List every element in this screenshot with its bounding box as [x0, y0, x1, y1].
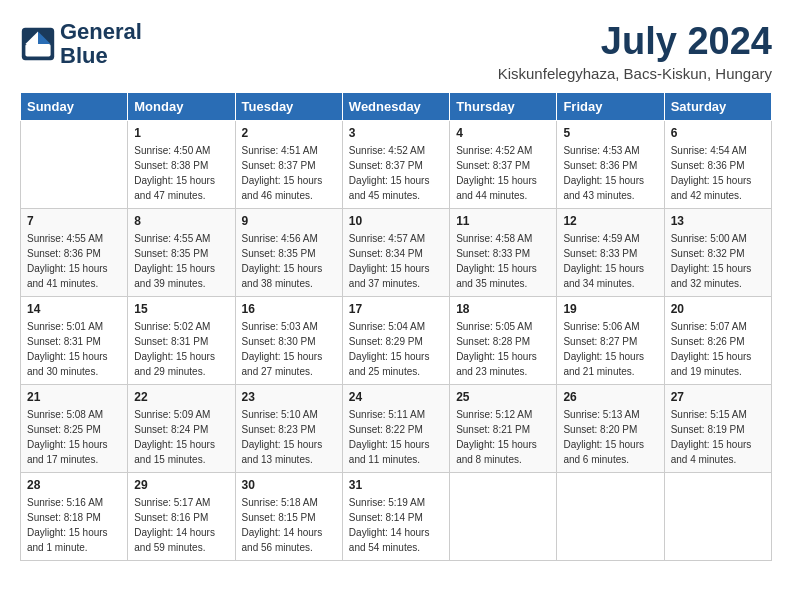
title-block: July 2024 Kiskunfelegyhaza, Bacs-Kiskun,… — [498, 20, 772, 82]
day-number: 7 — [27, 214, 121, 228]
day-number: 5 — [563, 126, 657, 140]
calendar-cell: 11Sunrise: 4:58 AMSunset: 8:33 PMDayligh… — [450, 209, 557, 297]
logo: General Blue — [20, 20, 142, 68]
calendar-cell: 13Sunrise: 5:00 AMSunset: 8:32 PMDayligh… — [664, 209, 771, 297]
day-number: 9 — [242, 214, 336, 228]
day-info: Sunrise: 5:00 AMSunset: 8:32 PMDaylight:… — [671, 231, 765, 291]
calendar-cell: 27Sunrise: 5:15 AMSunset: 8:19 PMDayligh… — [664, 385, 771, 473]
day-number: 20 — [671, 302, 765, 316]
day-number: 10 — [349, 214, 443, 228]
calendar-cell: 23Sunrise: 5:10 AMSunset: 8:23 PMDayligh… — [235, 385, 342, 473]
day-info: Sunrise: 5:13 AMSunset: 8:20 PMDaylight:… — [563, 407, 657, 467]
day-info: Sunrise: 5:01 AMSunset: 8:31 PMDaylight:… — [27, 319, 121, 379]
day-number: 2 — [242, 126, 336, 140]
location-subtitle: Kiskunfelegyhaza, Bacs-Kiskun, Hungary — [498, 65, 772, 82]
day-info: Sunrise: 5:16 AMSunset: 8:18 PMDaylight:… — [27, 495, 121, 555]
day-number: 26 — [563, 390, 657, 404]
day-info: Sunrise: 5:02 AMSunset: 8:31 PMDaylight:… — [134, 319, 228, 379]
calendar-cell: 16Sunrise: 5:03 AMSunset: 8:30 PMDayligh… — [235, 297, 342, 385]
day-info: Sunrise: 5:10 AMSunset: 8:23 PMDaylight:… — [242, 407, 336, 467]
day-info: Sunrise: 4:55 AMSunset: 8:36 PMDaylight:… — [27, 231, 121, 291]
day-info: Sunrise: 4:51 AMSunset: 8:37 PMDaylight:… — [242, 143, 336, 203]
day-number: 17 — [349, 302, 443, 316]
day-info: Sunrise: 4:54 AMSunset: 8:36 PMDaylight:… — [671, 143, 765, 203]
day-info: Sunrise: 5:05 AMSunset: 8:28 PMDaylight:… — [456, 319, 550, 379]
calendar-cell: 19Sunrise: 5:06 AMSunset: 8:27 PMDayligh… — [557, 297, 664, 385]
day-number: 30 — [242, 478, 336, 492]
day-number: 27 — [671, 390, 765, 404]
calendar-cell: 17Sunrise: 5:04 AMSunset: 8:29 PMDayligh… — [342, 297, 449, 385]
month-title: July 2024 — [498, 20, 772, 63]
calendar-cell: 12Sunrise: 4:59 AMSunset: 8:33 PMDayligh… — [557, 209, 664, 297]
day-info: Sunrise: 4:57 AMSunset: 8:34 PMDaylight:… — [349, 231, 443, 291]
calendar-week-row: 21Sunrise: 5:08 AMSunset: 8:25 PMDayligh… — [21, 385, 772, 473]
day-number: 23 — [242, 390, 336, 404]
day-info: Sunrise: 5:03 AMSunset: 8:30 PMDaylight:… — [242, 319, 336, 379]
day-info: Sunrise: 5:17 AMSunset: 8:16 PMDaylight:… — [134, 495, 228, 555]
calendar-cell: 28Sunrise: 5:16 AMSunset: 8:18 PMDayligh… — [21, 473, 128, 561]
day-number: 12 — [563, 214, 657, 228]
calendar-cell: 14Sunrise: 5:01 AMSunset: 8:31 PMDayligh… — [21, 297, 128, 385]
day-info: Sunrise: 5:12 AMSunset: 8:21 PMDaylight:… — [456, 407, 550, 467]
day-info: Sunrise: 5:06 AMSunset: 8:27 PMDaylight:… — [563, 319, 657, 379]
day-number: 13 — [671, 214, 765, 228]
day-number: 14 — [27, 302, 121, 316]
day-info: Sunrise: 4:50 AMSunset: 8:38 PMDaylight:… — [134, 143, 228, 203]
day-number: 31 — [349, 478, 443, 492]
calendar-cell: 8Sunrise: 4:55 AMSunset: 8:35 PMDaylight… — [128, 209, 235, 297]
calendar-cell — [21, 121, 128, 209]
day-number: 16 — [242, 302, 336, 316]
calendar-cell: 20Sunrise: 5:07 AMSunset: 8:26 PMDayligh… — [664, 297, 771, 385]
day-info: Sunrise: 5:08 AMSunset: 8:25 PMDaylight:… — [27, 407, 121, 467]
day-info: Sunrise: 5:15 AMSunset: 8:19 PMDaylight:… — [671, 407, 765, 467]
day-info: Sunrise: 4:59 AMSunset: 8:33 PMDaylight:… — [563, 231, 657, 291]
day-number: 11 — [456, 214, 550, 228]
day-info: Sunrise: 5:18 AMSunset: 8:15 PMDaylight:… — [242, 495, 336, 555]
calendar-week-row: 7Sunrise: 4:55 AMSunset: 8:36 PMDaylight… — [21, 209, 772, 297]
day-info: Sunrise: 5:07 AMSunset: 8:26 PMDaylight:… — [671, 319, 765, 379]
calendar-cell: 1Sunrise: 4:50 AMSunset: 8:38 PMDaylight… — [128, 121, 235, 209]
day-info: Sunrise: 4:55 AMSunset: 8:35 PMDaylight:… — [134, 231, 228, 291]
calendar-body: 1Sunrise: 4:50 AMSunset: 8:38 PMDaylight… — [21, 121, 772, 561]
header-cell-wednesday: Wednesday — [342, 93, 449, 121]
day-number: 4 — [456, 126, 550, 140]
calendar-cell: 15Sunrise: 5:02 AMSunset: 8:31 PMDayligh… — [128, 297, 235, 385]
header-cell-thursday: Thursday — [450, 93, 557, 121]
calendar-table: SundayMondayTuesdayWednesdayThursdayFrid… — [20, 92, 772, 561]
svg-rect-3 — [25, 44, 50, 57]
day-info: Sunrise: 4:58 AMSunset: 8:33 PMDaylight:… — [456, 231, 550, 291]
calendar-cell — [664, 473, 771, 561]
day-number: 3 — [349, 126, 443, 140]
logo-icon — [20, 26, 56, 62]
page-header: General Blue July 2024 Kiskunfelegyhaza,… — [20, 20, 772, 82]
calendar-cell: 31Sunrise: 5:19 AMSunset: 8:14 PMDayligh… — [342, 473, 449, 561]
day-info: Sunrise: 4:52 AMSunset: 8:37 PMDaylight:… — [456, 143, 550, 203]
day-number: 29 — [134, 478, 228, 492]
header-cell-sunday: Sunday — [21, 93, 128, 121]
day-number: 1 — [134, 126, 228, 140]
calendar-header: SundayMondayTuesdayWednesdayThursdayFrid… — [21, 93, 772, 121]
calendar-cell: 5Sunrise: 4:53 AMSunset: 8:36 PMDaylight… — [557, 121, 664, 209]
day-number: 6 — [671, 126, 765, 140]
calendar-cell — [450, 473, 557, 561]
calendar-cell: 24Sunrise: 5:11 AMSunset: 8:22 PMDayligh… — [342, 385, 449, 473]
calendar-cell: 4Sunrise: 4:52 AMSunset: 8:37 PMDaylight… — [450, 121, 557, 209]
header-cell-monday: Monday — [128, 93, 235, 121]
calendar-cell: 29Sunrise: 5:17 AMSunset: 8:16 PMDayligh… — [128, 473, 235, 561]
header-cell-friday: Friday — [557, 93, 664, 121]
calendar-cell: 30Sunrise: 5:18 AMSunset: 8:15 PMDayligh… — [235, 473, 342, 561]
calendar-cell: 22Sunrise: 5:09 AMSunset: 8:24 PMDayligh… — [128, 385, 235, 473]
day-number: 25 — [456, 390, 550, 404]
calendar-cell: 25Sunrise: 5:12 AMSunset: 8:21 PMDayligh… — [450, 385, 557, 473]
calendar-cell: 18Sunrise: 5:05 AMSunset: 8:28 PMDayligh… — [450, 297, 557, 385]
day-info: Sunrise: 5:04 AMSunset: 8:29 PMDaylight:… — [349, 319, 443, 379]
day-info: Sunrise: 5:09 AMSunset: 8:24 PMDaylight:… — [134, 407, 228, 467]
calendar-cell: 9Sunrise: 4:56 AMSunset: 8:35 PMDaylight… — [235, 209, 342, 297]
day-info: Sunrise: 4:52 AMSunset: 8:37 PMDaylight:… — [349, 143, 443, 203]
day-number: 18 — [456, 302, 550, 316]
header-row: SundayMondayTuesdayWednesdayThursdayFrid… — [21, 93, 772, 121]
calendar-week-row: 28Sunrise: 5:16 AMSunset: 8:18 PMDayligh… — [21, 473, 772, 561]
day-info: Sunrise: 5:19 AMSunset: 8:14 PMDaylight:… — [349, 495, 443, 555]
day-number: 8 — [134, 214, 228, 228]
day-number: 19 — [563, 302, 657, 316]
